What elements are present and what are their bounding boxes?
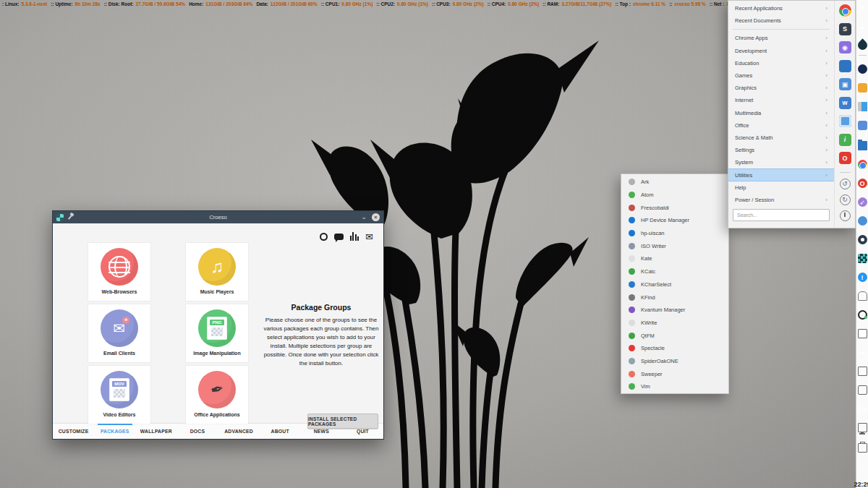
menu-item[interactable]: Settings › <box>728 144 834 156</box>
package-group-card[interactable]: PNG Image Manipulation <box>186 304 248 362</box>
opera-icon[interactable]: O <box>839 152 851 164</box>
menu-item[interactable]: Internet › <box>728 94 834 106</box>
pen-nib-icon: ✒ <box>208 379 226 401</box>
menu-item[interactable]: Utilities › <box>728 168 834 181</box>
tab[interactable]: ABOUT <box>260 424 301 439</box>
submenu-item[interactable]: ISO Writer <box>621 239 728 252</box>
timer-icon[interactable] <box>858 310 867 320</box>
tab[interactable]: CUSTOMIZE <box>53 424 94 439</box>
chrome-icon[interactable] <box>858 160 867 169</box>
power-warning-icon[interactable]: ✕ <box>858 367 867 376</box>
submenu-item[interactable]: Atom <box>621 189 728 202</box>
submenu-item[interactable]: hp-uiscan <box>621 227 728 240</box>
printer-icon[interactable] <box>858 443 867 453</box>
dark-app-icon[interactable] <box>858 235 867 244</box>
tab[interactable]: PACKAGES <box>94 424 135 439</box>
paint-app-icon[interactable]: ➶ <box>858 197 867 207</box>
submenu-item[interactable]: Vim <box>621 380 728 393</box>
menu-item[interactable]: Games › <box>728 69 834 82</box>
submenu-item-label: Atom <box>641 192 654 198</box>
pacman-ghost-icon[interactable] <box>858 291 867 301</box>
submenu-item[interactable]: Spectacle <box>621 342 728 355</box>
tab[interactable]: WALLPAPER <box>135 424 176 439</box>
menu-item[interactable]: Recent Applications › <box>728 2 834 14</box>
titlebar[interactable]: Croeso ⌄ ✕ <box>53 211 383 223</box>
expand-tray-icon[interactable]: ‹ <box>858 462 867 471</box>
email-icon[interactable]: ✉ <box>365 233 373 241</box>
rollup-button[interactable]: ⌄ <box>361 214 367 221</box>
menu-item[interactable]: Chrome Apps › <box>728 32 834 44</box>
tab[interactable]: ADVANCED <box>218 424 260 439</box>
submenu-item-label: ISO Writer <box>641 243 666 249</box>
purple-app-icon[interactable]: ◉ <box>839 41 851 53</box>
screen-app-icon[interactable]: ▣ <box>839 78 851 90</box>
opera-icon[interactable]: O <box>858 179 867 188</box>
menu-item[interactable]: Development › <box>728 45 834 57</box>
submenu-item[interactable]: Sweeper <box>621 367 728 380</box>
notification-icon[interactable]: ! <box>858 273 867 282</box>
package-group-card[interactable]: MOV Video Editors <box>88 366 150 424</box>
checker-app-icon[interactable] <box>858 254 867 263</box>
submenu-item[interactable]: KFind <box>621 291 728 304</box>
submenu-item[interactable]: KWrite <box>621 317 728 330</box>
package-group-card[interactable]: ✉+ Email Clients <box>88 304 150 362</box>
menu-item[interactable]: System › <box>728 156 834 168</box>
file-manager-icon[interactable] <box>858 141 867 150</box>
kdeconnect-icon[interactable] <box>858 385 867 395</box>
chrome-icon[interactable] <box>839 4 851 17</box>
github-icon[interactable] <box>320 233 328 241</box>
close-button[interactable]: ✕ <box>372 213 380 221</box>
clock[interactable]: 22:29 <box>854 481 868 488</box>
submenu-item[interactable]: KCharSelect <box>621 278 728 291</box>
volume-icon[interactable]: ◄) <box>858 348 867 357</box>
ink-drop-icon[interactable] <box>856 38 868 51</box>
menu-item[interactable]: Recent Documents › <box>728 14 834 27</box>
barcode-icon[interactable] <box>350 232 359 241</box>
kde-logo-icon[interactable]: |K <box>858 3 867 12</box>
station-app-icon[interactable]: S <box>839 23 851 35</box>
shutdown-button[interactable] <box>840 210 851 221</box>
weather-icon[interactable]: ☁ <box>858 22 867 31</box>
menu-item[interactable]: Help <box>728 181 834 194</box>
submenu-item[interactable]: SpiderOakONE <box>621 355 728 368</box>
search-input[interactable] <box>733 209 830 221</box>
clipboard-icon[interactable] <box>858 329 867 338</box>
blue-circle-app-icon[interactable] <box>858 216 867 226</box>
chat-icon[interactable] <box>334 234 344 240</box>
restart-button[interactable]: ↻ <box>840 194 851 205</box>
submenu-item[interactable]: HP Device Manager <box>621 214 728 227</box>
menu-item-label: Power / Session <box>735 197 774 203</box>
submenu-item[interactable]: KCalc <box>621 265 728 278</box>
submenu-item[interactable]: Frescobaldi <box>621 201 728 214</box>
app-icon <box>629 255 635 262</box>
menu-item[interactable]: Science & Math › <box>728 132 834 144</box>
menu-item[interactable]: Office › <box>728 119 834 132</box>
menu-item[interactable]: Power / Session › <box>728 194 834 206</box>
logout-button[interactable]: ↺ <box>840 179 851 189</box>
submenu-item[interactable]: Kvantum Manager <box>621 304 728 317</box>
tab[interactable]: NEWS <box>301 424 342 439</box>
submenu-item[interactable]: QtFM <box>621 329 728 342</box>
menu-item[interactable]: Graphics › <box>728 82 834 94</box>
package-group-card[interactable]: Web-Browsers <box>88 243 150 301</box>
submenu-item[interactable]: Ark <box>621 176 728 189</box>
ring-app-icon[interactable] <box>839 115 851 127</box>
progress-widget[interactable] <box>858 102 867 111</box>
orange-app-icon[interactable] <box>858 83 867 93</box>
blue-app-icon[interactable] <box>858 121 867 130</box>
menu-item[interactable]: Multimedia › <box>728 107 834 119</box>
package-group-card[interactable]: ♫ Music Players <box>186 243 248 301</box>
tab[interactable]: QUIT <box>342 424 383 439</box>
conky-segment: :: CPU1:0.80 GHz (1%) <box>321 1 373 7</box>
file-manager-icon[interactable] <box>839 60 851 72</box>
menu-item[interactable]: Education › <box>728 57 834 69</box>
info-app-icon[interactable]: i <box>839 134 851 146</box>
writer-app-icon[interactable]: w <box>839 97 851 109</box>
keyboard-layout[interactable]: US <box>858 404 867 414</box>
navy-app-icon[interactable] <box>858 64 867 74</box>
display-icon[interactable] <box>858 423 867 432</box>
submenu-item[interactable]: Kate <box>621 252 728 265</box>
tab[interactable]: DOCS <box>176 424 218 439</box>
app-icon <box>629 307 635 313</box>
package-group-card[interactable]: ✒ Office Applications <box>186 366 248 424</box>
